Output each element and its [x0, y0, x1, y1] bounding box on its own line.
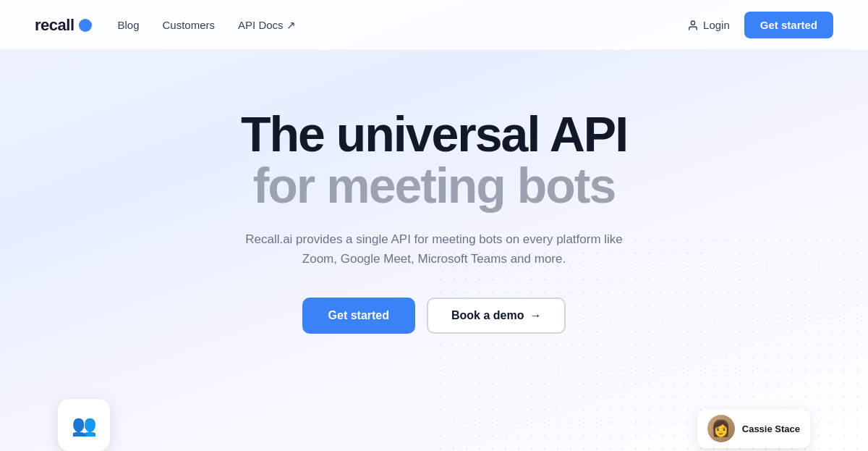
hero-book-demo-button[interactable]: Book a demo → [427, 298, 566, 334]
hero-buttons: Get started Book a demo → [302, 298, 566, 334]
bottom-preview: 👥 👩 Cassie Stace [0, 399, 868, 451]
api-docs-link[interactable]: API Docs ↗ [238, 19, 296, 32]
preview-card-right: 👩 Cassie Stace [697, 409, 810, 448]
logo-text: recall [35, 16, 75, 35]
logo[interactable]: recall [35, 16, 92, 35]
user-icon [687, 20, 699, 31]
svg-point-0 [691, 21, 694, 25]
avatar-image: 👩 [711, 421, 731, 437]
person-name: Cassie Stace [742, 423, 800, 434]
customers-link[interactable]: Customers [163, 19, 216, 31]
nav-links: Blog Customers API Docs ↗ [118, 19, 296, 32]
blog-link[interactable]: Blog [118, 19, 140, 31]
login-link[interactable]: Login [687, 19, 730, 31]
hero-title-line1: The universal API [241, 109, 627, 160]
nav-left: recall Blog Customers API Docs ↗ [35, 16, 296, 35]
api-docs-label: API Docs [238, 19, 284, 31]
book-demo-label: Book a demo [451, 309, 524, 322]
people-icon: 👥 [72, 413, 97, 437]
hero-title-line2: for meeting bots [241, 160, 627, 211]
nav-item-api-docs[interactable]: API Docs ↗ [238, 19, 296, 32]
nav-item-blog[interactable]: Blog [118, 19, 140, 32]
external-link-icon: ↗ [286, 19, 296, 32]
nav-item-customers[interactable]: Customers [163, 19, 216, 32]
login-label: Login [703, 19, 730, 31]
hero-get-started-button[interactable]: Get started [302, 298, 415, 334]
nav-get-started-button[interactable]: Get started [744, 12, 833, 38]
hero-section: The universal API for meeting bots Recal… [0, 51, 868, 334]
arrow-icon: → [529, 309, 541, 322]
preview-card-left: 👥 [58, 399, 110, 451]
navbar: recall Blog Customers API Docs ↗ [0, 0, 868, 51]
nav-right: Login Get started [687, 12, 833, 38]
hero-subtitle: Recall.ai provides a single API for meet… [239, 229, 629, 269]
logo-dot [79, 19, 92, 32]
avatar: 👩 [707, 415, 735, 442]
